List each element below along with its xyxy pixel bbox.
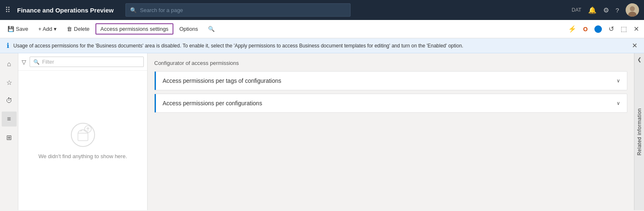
save-button[interactable]: 💾 Save — [3, 23, 33, 35]
search-icon: 🔍 — [130, 7, 137, 13]
close-icon[interactable]: ✕ — [632, 23, 641, 35]
accordion-header-configs[interactable]: Access permissions per configurations ∨ — [155, 94, 627, 112]
left-panel-empty-state: We didn't find anything to show here. — [18, 71, 147, 210]
empty-folder-icon — [70, 122, 96, 148]
right-sidebar-label: Related information — [636, 108, 642, 156]
add-button[interactable]: + Add ▾ — [34, 23, 61, 35]
main-layout: ⌂ ☆ ⏱ ≡ ⊞ ▽ 🔍 We didn't find anything — [0, 53, 644, 210]
accordion-chevron-configs: ∨ — [616, 100, 620, 106]
sidebar-item-modules[interactable]: ⊞ — [2, 130, 17, 145]
access-permissions-settings-tab[interactable]: Access permissions settings — [95, 23, 173, 35]
left-panel: ▽ 🔍 We didn't find anything to show here… — [18, 53, 148, 210]
filter-input[interactable] — [42, 59, 140, 65]
info-banner-close-button[interactable]: ✕ — [632, 42, 637, 50]
sidebar-item-home[interactable]: ⌂ — [2, 57, 17, 72]
accordion-item-tags: Access permissions per tags of configura… — [154, 71, 627, 90]
accordion-item-configs: Access permissions per configurations ∨ — [154, 94, 627, 113]
right-sidebar-collapse-icon: ❮ — [637, 57, 641, 62]
settings-gear-icon[interactable]: ⚙ — [603, 6, 609, 14]
env-label: DAT — [572, 7, 581, 13]
toolbar-right-actions: ⚡ O ↺ ⬚ ✕ — [566, 23, 641, 35]
global-search[interactable]: 🔍 — [125, 3, 351, 17]
app-title: Finance and Operations Preview — [17, 7, 114, 14]
popout-icon[interactable]: ⬚ — [619, 23, 629, 35]
left-panel-toolbar: ▽ 🔍 — [18, 53, 147, 71]
grid-dots-icon[interactable]: ⠿ — [5, 5, 10, 15]
top-nav: ⠿ Finance and Operations Preview 🔍 DAT 🔔… — [0, 0, 644, 20]
save-icon: 💾 — [8, 26, 14, 32]
accordion-chevron-tags: ∨ — [616, 78, 620, 84]
chevron-down-icon: ▾ — [54, 26, 57, 32]
svg-point-3 — [71, 123, 95, 146]
search-input[interactable] — [140, 7, 346, 13]
toolbar-search-button[interactable]: 🔍 — [204, 23, 219, 35]
configurator-title: Configurator of access permissions — [154, 60, 627, 66]
accordion-label-tags: Access permissions per tags of configura… — [163, 77, 281, 84]
office-icon[interactable]: O — [581, 24, 589, 34]
sidebar-item-list[interactable]: ≡ — [2, 112, 17, 127]
refresh-icon[interactable]: ↺ — [607, 23, 616, 35]
top-nav-right: DAT 🔔 ⚙ ? — [572, 3, 639, 17]
main-content: Configurator of access permissions Acces… — [148, 53, 634, 210]
toolbar: 💾 Save + Add ▾ 🗑 Delete Access permissio… — [0, 20, 644, 38]
delete-button[interactable]: 🗑 Delete — [63, 23, 94, 35]
filter-search-icon: 🔍 — [33, 59, 40, 65]
info-circle-icon: ℹ — [7, 42, 9, 50]
svg-point-1 — [630, 6, 635, 11]
help-icon[interactable]: ? — [616, 7, 619, 14]
info-banner: ℹ Usage of access permissions for the 'B… — [0, 38, 644, 53]
filter-input-wrap[interactable]: 🔍 — [30, 57, 144, 67]
sidebar-item-favorites[interactable]: ☆ — [2, 75, 17, 90]
power-apps-icon[interactable]: ⚡ — [566, 23, 578, 35]
sidebar-item-recent[interactable]: ⏱ — [2, 93, 17, 108]
empty-state-text: We didn't find anything to show here. — [38, 153, 127, 159]
accordion-label-configs: Access permissions per configurations — [163, 100, 262, 107]
delete-icon: 🗑 — [67, 26, 72, 32]
options-button[interactable]: Options — [175, 23, 202, 35]
toolbar-search-icon: 🔍 — [208, 26, 215, 32]
user-avatar[interactable] — [626, 3, 639, 17]
filter-icon[interactable]: ▽ — [22, 59, 26, 65]
accordion-header-tags[interactable]: Access permissions per tags of configura… — [155, 72, 627, 90]
notification-bell-icon[interactable]: 🔔 — [588, 6, 596, 14]
left-sidebar: ⌂ ☆ ⏱ ≡ ⊞ — [0, 53, 18, 210]
right-sidebar[interactable]: ❮ Related information — [634, 53, 644, 210]
notification-badge-icon[interactable] — [593, 24, 604, 35]
badge-count — [594, 25, 602, 33]
info-banner-text: Usage of access permissions for the 'Bus… — [13, 43, 463, 49]
